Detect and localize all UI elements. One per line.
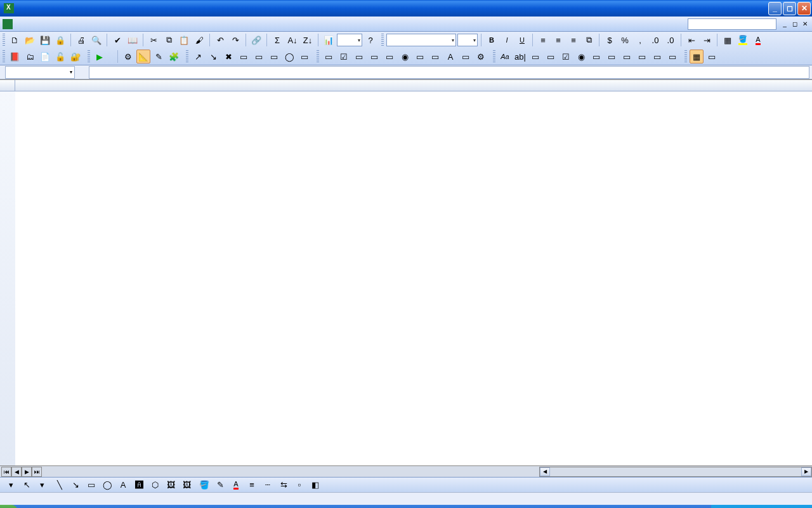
wordart-button[interactable]: 🅰 bbox=[132, 478, 146, 492]
undo-button[interactable]: ↶ bbox=[213, 33, 227, 47]
autoshapes-menu[interactable]: ▾ bbox=[36, 478, 49, 492]
help-button[interactable]: ? bbox=[363, 33, 377, 47]
arrow-button[interactable]: ↘ bbox=[69, 478, 82, 492]
fontsize-combo[interactable] bbox=[457, 34, 478, 46]
addin-button[interactable]: 🔐 bbox=[69, 50, 82, 64]
oval-button[interactable]: ◯ bbox=[100, 478, 114, 492]
toolbar-grip[interactable] bbox=[684, 50, 687, 63]
merge-center-button[interactable]: ⧉ bbox=[582, 33, 596, 47]
fill-color-button[interactable]: 🪣 bbox=[736, 33, 750, 47]
control-button[interactable]: ▭ bbox=[528, 50, 542, 64]
format-painter-button[interactable]: 🖌 bbox=[192, 33, 206, 47]
new-button[interactable]: 🗋 bbox=[8, 33, 22, 47]
addin-button[interactable]: 🗂 bbox=[23, 50, 37, 64]
permission-button[interactable]: 🔒 bbox=[53, 33, 67, 47]
addin-button[interactable]: ▭ bbox=[237, 50, 251, 64]
start-button[interactable] bbox=[0, 505, 18, 508]
maximize-button[interactable]: ◻ bbox=[783, 2, 796, 15]
tab-nav-last[interactable]: ⏭ bbox=[32, 467, 42, 477]
clipart-button[interactable]: 🖼 bbox=[164, 478, 178, 492]
doc-close-button[interactable]: ✕ bbox=[801, 20, 809, 29]
3d-button[interactable]: ◧ bbox=[308, 478, 322, 492]
addin-button[interactable]: ✎ bbox=[152, 50, 166, 64]
arrow-style-button[interactable]: ⇆ bbox=[277, 478, 291, 492]
system-tray[interactable]: ⬤ 🛡 🔊 🖥 ⬤ ⬤ 📶 bbox=[711, 505, 812, 508]
dash-style-button[interactable]: ┄ bbox=[261, 478, 275, 492]
italic-button[interactable]: I bbox=[500, 33, 514, 47]
name-box[interactable] bbox=[5, 66, 75, 79]
select-all-corner[interactable] bbox=[0, 80, 15, 91]
toolbar-grip[interactable] bbox=[3, 50, 5, 63]
addin-button[interactable]: ▭ bbox=[298, 50, 311, 64]
doc-minimize-button[interactable]: _ bbox=[780, 20, 789, 29]
control-button[interactable]: ▭ bbox=[635, 50, 649, 64]
addin-button[interactable]: 📄 bbox=[38, 50, 52, 64]
design-mode-button[interactable]: 📐 bbox=[136, 50, 150, 64]
copy-button[interactable]: ⧉ bbox=[162, 33, 176, 47]
select-objects-button[interactable]: ↖ bbox=[20, 478, 34, 492]
tab-nav-first[interactable]: ⏮ bbox=[1, 467, 11, 477]
spreadsheet-grid[interactable] bbox=[0, 79, 812, 465]
scroll-right-button[interactable]: ▶ bbox=[801, 467, 811, 476]
control-button[interactable]: ▭ bbox=[605, 50, 619, 64]
toolbar-grip[interactable] bbox=[186, 50, 188, 63]
toolbar-grip[interactable] bbox=[317, 50, 319, 63]
comma-button[interactable]: , bbox=[633, 33, 647, 47]
form-button[interactable]: ▭ bbox=[352, 50, 366, 64]
spelling-button[interactable]: ✔ bbox=[110, 33, 124, 47]
font-color-button[interactable]: A bbox=[229, 478, 243, 492]
cut-button[interactable]: ✂ bbox=[147, 33, 160, 47]
tab-nav-prev[interactable]: ◀ bbox=[11, 467, 22, 477]
line-style-button[interactable]: ≡ bbox=[245, 478, 259, 492]
toolbar-grip[interactable] bbox=[493, 50, 495, 63]
form-button[interactable]: A bbox=[443, 50, 457, 64]
remove-arrows-button[interactable]: ✖ bbox=[221, 50, 235, 64]
doc-restore-button[interactable]: ◻ bbox=[790, 20, 799, 29]
form-button[interactable]: ▭ bbox=[322, 50, 336, 64]
picture-button[interactable]: 🖼 bbox=[180, 478, 193, 492]
form-button[interactable]: ▭ bbox=[459, 50, 473, 64]
borders-button[interactable]: ▦ bbox=[721, 33, 735, 47]
align-right-button[interactable]: ≡ bbox=[566, 33, 580, 47]
toolbar-grip[interactable] bbox=[88, 50, 90, 63]
security-button[interactable] bbox=[108, 50, 114, 64]
decrease-indent-button[interactable]: ⇤ bbox=[684, 33, 698, 47]
tab-nav-next[interactable]: ▶ bbox=[22, 467, 32, 477]
form-button[interactable]: ▭ bbox=[413, 50, 427, 64]
research-button[interactable]: 📖 bbox=[126, 33, 140, 47]
align-center-button[interactable]: ≡ bbox=[551, 33, 565, 47]
sort-desc-button[interactable]: Z↓ bbox=[301, 33, 315, 47]
save-button[interactable]: 💾 bbox=[38, 33, 52, 47]
print-preview-button[interactable]: 🔍 bbox=[89, 33, 103, 47]
vba-button[interactable]: ⚙ bbox=[121, 50, 135, 64]
form-button[interactable]: ☑ bbox=[337, 50, 351, 64]
increase-indent-button[interactable]: ⇥ bbox=[700, 33, 714, 47]
percent-button[interactable]: % bbox=[618, 33, 632, 47]
control-button[interactable]: Aa bbox=[498, 50, 512, 64]
control-button[interactable]: ◉ bbox=[574, 50, 588, 64]
form-button[interactable]: ▭ bbox=[367, 50, 381, 64]
redo-button[interactable]: ↷ bbox=[228, 33, 242, 47]
control-button[interactable]: ▭ bbox=[650, 50, 664, 64]
minimize-button[interactable]: _ bbox=[768, 2, 782, 15]
addin-button[interactable]: ▭ bbox=[252, 50, 266, 64]
hyperlink-button[interactable]: 🔗 bbox=[249, 33, 263, 47]
line-button[interactable]: ╲ bbox=[53, 478, 67, 492]
close-button[interactable]: ✕ bbox=[797, 2, 811, 15]
currency-button[interactable]: $ bbox=[603, 33, 617, 47]
underline-button[interactable]: U bbox=[515, 33, 529, 47]
zoom-combo[interactable] bbox=[337, 34, 362, 46]
addin-button[interactable]: ◯ bbox=[282, 50, 296, 64]
bold-button[interactable]: B bbox=[485, 33, 499, 47]
scroll-left-button[interactable]: ◀ bbox=[540, 467, 550, 476]
toolbar-grip[interactable] bbox=[381, 34, 384, 46]
chart-button[interactable]: 📊 bbox=[322, 33, 336, 47]
addin-button[interactable]: 📕 bbox=[8, 50, 22, 64]
addin-button[interactable]: ▭ bbox=[267, 50, 281, 64]
decrease-decimal-button[interactable]: .0 bbox=[664, 33, 678, 47]
autosum-button[interactable]: Σ bbox=[270, 33, 284, 47]
toolbar-grip[interactable] bbox=[3, 34, 5, 46]
textbox-button[interactable]: A bbox=[116, 478, 130, 492]
addin-button[interactable]: ▭ bbox=[705, 50, 719, 64]
control-button[interactable]: ▭ bbox=[665, 50, 679, 64]
